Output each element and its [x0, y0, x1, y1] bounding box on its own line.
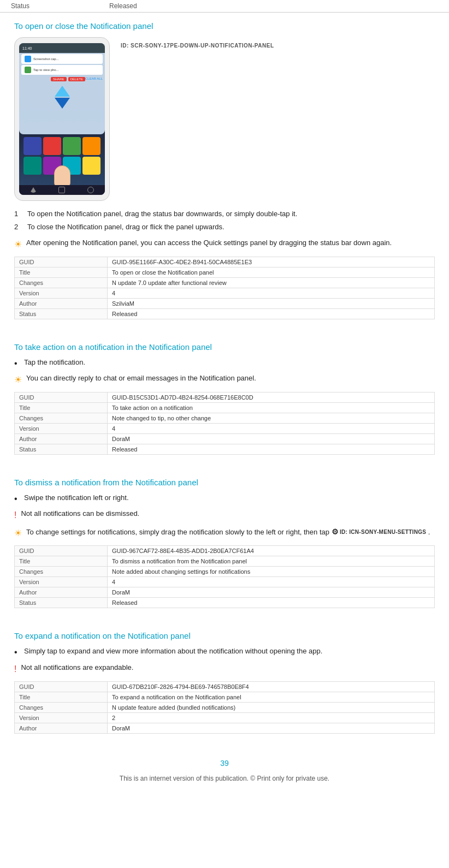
bullet-dot-1: •	[14, 358, 24, 368]
meta-changes-value: N update 7.0 update after functional rev…	[108, 278, 435, 288]
s2-meta-row-author: Author DoraM	[15, 434, 435, 444]
s2-meta-version-value: 4	[108, 424, 435, 434]
notif-actions: SHARE DELETE CLEAR ALL	[19, 76, 105, 82]
section2-bullet-1-text: Tap the notification.	[24, 358, 85, 366]
section-dismiss: To dismiss a notification from the Notif…	[0, 469, 449, 622]
notif-icon-2	[25, 67, 31, 73]
section2-bullets: • Tap the notification.	[14, 358, 435, 368]
phone-illustration: 11:40 Screenshot cap... Tap to view pho.…	[14, 37, 110, 201]
s2-meta-guid-label: GUID	[15, 393, 108, 403]
s3-meta-guid-label: GUID	[15, 546, 108, 556]
meta-row-changes: Changes N update 7.0 update after functi…	[15, 278, 435, 288]
s3-meta-title-label: Title	[15, 556, 108, 567]
s3-meta-status-value: Released	[108, 598, 435, 608]
step-2: 2 To close the Notification panel, drag …	[14, 222, 435, 233]
home-btn	[58, 187, 65, 193]
s2-meta-row-changes: Changes Note changed to tip, no other ch…	[15, 413, 435, 424]
s2-meta-row-version: Version 4	[15, 424, 435, 434]
phone-screen: 11:40 Screenshot cap... Tap to view pho.…	[19, 43, 105, 195]
s4-meta-changes-value: N update feature added (bundled notifica…	[108, 702, 435, 712]
s4-meta-changes-label: Changes	[15, 702, 108, 712]
s4-meta-row-author: Author DoraM	[15, 723, 435, 733]
section1-image-container: 11:40 Screenshot cap... Tap to view pho.…	[14, 37, 435, 201]
step-2-num: 2	[14, 222, 27, 233]
s3-meta-title-value: To dismiss a notification from the Notif…	[108, 556, 435, 567]
section1-image-caption: ID: SCR-SONY-17PE-DOWN-UP-NOTIFICATION-P…	[121, 37, 274, 49]
notif-top-bar: 11:40	[19, 43, 105, 53]
s4-meta-version-value: 2	[108, 712, 435, 723]
app-icon-8	[82, 157, 101, 175]
s2-meta-status-value: Released	[108, 444, 435, 455]
app-icon-2	[43, 137, 61, 155]
section4-bullets: • Simply tap to expand and view more inf…	[14, 647, 435, 657]
meta-guid-value: GUID-95E1166F-A30C-4DE2-B941-50CA4885E1E…	[108, 257, 435, 267]
top-status-bar: Status Released	[0, 0, 449, 13]
tip-icon-1: ☀	[14, 238, 22, 251]
bullet-dot-3: •	[14, 494, 24, 504]
warning-icon-2: !	[14, 663, 16, 676]
section2-bullet-1: • Tap the notification.	[14, 358, 435, 368]
step-1: 1 To open the Notification panel, drag t…	[14, 209, 435, 219]
s2-meta-changes-value: Note changed to tip, no other change	[108, 413, 435, 424]
finger-illustration	[54, 165, 70, 187]
s3-meta-row-status: Status Released	[15, 598, 435, 608]
section3-bullet-1-text: Swipe the notification left or right.	[24, 494, 129, 502]
section3-tip: ☀ To change settings for notifications, …	[14, 526, 435, 540]
settings-ref-text: ID: ICN-SONY-MENU-SETTINGS	[340, 528, 426, 536]
meta-author-value: SzilviaM	[108, 299, 435, 309]
step-1-text: To open the Notification panel, drag the…	[27, 209, 435, 219]
section1-title: To open or close the Notification panel	[14, 21, 435, 31]
s4-meta-guid-label: GUID	[15, 681, 108, 692]
meta-status-value: Released	[108, 309, 435, 319]
meta-author-label: Author	[15, 299, 108, 309]
s2-meta-author-label: Author	[15, 434, 108, 444]
section1-tip: ☀ After opening the Notification panel, …	[14, 237, 435, 251]
section2-title: To take action on a notification in the …	[14, 342, 435, 352]
meta-status-label: Status	[15, 309, 108, 319]
notif-item-2: Tap to view pho...	[21, 65, 103, 75]
tip-icon-2: ☀	[14, 373, 22, 387]
notif-time: 11:40	[22, 46, 32, 50]
s3-meta-row-guid: GUID GUID-967CAF72-88E4-4B35-ADD1-2B0EA7…	[15, 546, 435, 556]
s2-meta-row-title: Title To take action on a notification	[15, 403, 435, 413]
section4-bullet-1-text: Simply tap to expand and view more infor…	[24, 647, 322, 655]
section2-tip: ☀ You can directly reply to chat or emai…	[14, 373, 435, 387]
arrow-overlay	[55, 86, 70, 109]
s3-meta-changes-value: Note added about changing settings for n…	[108, 567, 435, 577]
s4-meta-author-value: DoraM	[108, 723, 435, 733]
meta-guid-label: GUID	[15, 257, 108, 267]
s4-meta-title-value: To expand a notification on the Notifica…	[108, 692, 435, 702]
page-number: 39	[0, 759, 449, 768]
meta-title-value: To open or close the Notification panel	[108, 267, 435, 278]
notif-share-btn: SHARE	[51, 77, 67, 81]
step-1-num: 1	[14, 209, 27, 219]
s3-meta-row-title: Title To dismiss a notification from the…	[15, 556, 435, 567]
section3-title: To dismiss a notification from the Notif…	[14, 478, 435, 487]
section1-metadata: GUID GUID-95E1166F-A30C-4DE2-B941-50CA48…	[14, 257, 435, 319]
s2-meta-title-label: Title	[15, 403, 108, 413]
s2-meta-version-label: Version	[15, 424, 108, 434]
section3-tip-suffix: .	[426, 528, 430, 536]
s2-meta-row-guid: GUID GUID-B15C53D1-AD7D-4B24-8254-068E71…	[15, 393, 435, 403]
section3-bullets: • Swipe the notification left or right.	[14, 494, 435, 504]
section3-warning: ! Not all notifications can be dismissed…	[14, 508, 435, 522]
arrow-up-icon	[55, 86, 70, 97]
section3-bullet-1: • Swipe the notification left or right.	[14, 494, 435, 504]
notif-item-1: Screenshot cap...	[21, 54, 103, 64]
meta-changes-label: Changes	[15, 278, 108, 288]
tip-icon-3: ☀	[14, 527, 22, 540]
meta-version-value: 4	[108, 288, 435, 299]
s4-meta-row-version: Version 2	[15, 712, 435, 723]
recents-btn	[87, 187, 94, 193]
section3-tip-content: To change settings for notifications, si…	[26, 526, 430, 538]
settings-ref: ⚙ID: ICN-SONY-MENU-SETTINGS	[332, 526, 427, 538]
section4-bullet-1: • Simply tap to expand and view more inf…	[14, 647, 435, 657]
s3-meta-row-author: Author DoraM	[15, 587, 435, 598]
arrow-down-icon	[55, 98, 70, 109]
section2-metadata: GUID GUID-B15C53D1-AD7D-4B24-8254-068E71…	[14, 392, 435, 455]
meta-row-status: Status Released	[15, 309, 435, 319]
meta-version-label: Version	[15, 288, 108, 299]
status-col-value: Released	[109, 2, 438, 10]
section3-metadata: GUID GUID-967CAF72-88E4-4B35-ADD1-2B0EA7…	[14, 545, 435, 608]
section1-tip-text: After opening the Notification panel, yo…	[26, 237, 392, 248]
